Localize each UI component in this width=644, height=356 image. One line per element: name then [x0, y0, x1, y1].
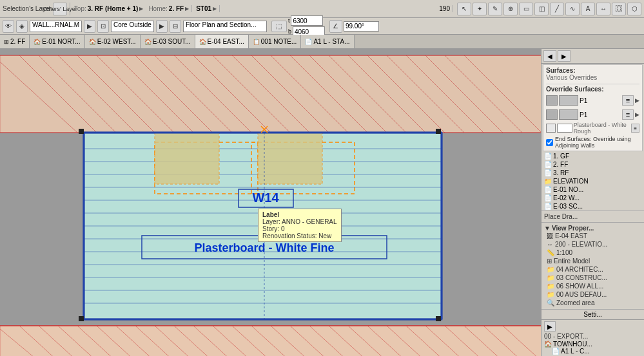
- view-prop-entire-model[interactable]: ⊞ Entire Model: [544, 257, 641, 265]
- floor-plan-dropdown[interactable]: Floor Plan and Section...: [183, 21, 267, 32]
- nav-item-1gf[interactable]: 📄 1. GF: [542, 152, 644, 160]
- tab-notes[interactable]: 📋 001 NOTE...: [249, 35, 302, 49]
- mirror-tool[interactable]: ⬡: [627, 3, 641, 15]
- tab-icon-a1l: 📄: [305, 39, 312, 45]
- top-arrow[interactable]: ▶: [139, 6, 143, 12]
- others-layer-btn[interactable]: Others' Layer: [53, 3, 67, 15]
- plasterboard-label: Plasterboard - White Rough: [574, 122, 630, 135]
- nav-item-3rf[interactable]: 📄 3. RF: [542, 169, 644, 177]
- nav-label-e03s: E-03 SC...: [553, 203, 583, 210]
- view-prop-06show[interactable]: 📁 06 SHOW ALL...: [544, 282, 641, 290]
- override-surfaces-title: Override Surfaces:: [546, 84, 639, 93]
- place-draft-btn[interactable]: Place Dra...: [542, 211, 644, 222]
- text-tool[interactable]: A: [581, 3, 595, 15]
- wall-tool[interactable]: ▭: [519, 3, 533, 15]
- view-prop-scale[interactable]: 📏 1:100: [544, 248, 641, 257]
- tab-e01[interactable]: 🏠 E-01 NORT...: [30, 35, 84, 49]
- core-arrow[interactable]: ▶: [156, 20, 168, 33]
- view-label-model: Entire Model: [554, 258, 590, 265]
- view-prop-200[interactable]: ↔ 200 - ELEVATIO...: [544, 240, 641, 248]
- surface-options-2[interactable]: ≡: [622, 109, 634, 120]
- selections-layer-section: Selection's Layer Others' Layer: [3, 3, 70, 15]
- t-input[interactable]: [291, 15, 323, 26]
- view-prop-00aus[interactable]: 📁 00 AUS DEFAU...: [544, 290, 641, 299]
- right-nav-toolbar: ◀ ▶: [542, 49, 644, 64]
- surface-swatch-2: [559, 109, 578, 120]
- surface-swatch-1: [559, 95, 578, 106]
- line-tool[interactable]: ╱: [550, 3, 564, 15]
- core-dropdown[interactable]: Core Outside: [111, 21, 154, 32]
- view-label-zoomed: Zoomed area: [556, 299, 594, 306]
- plasterboard-icon: [546, 124, 556, 133]
- settings-btn[interactable]: Setti...: [542, 309, 644, 319]
- magic-wand-tool[interactable]: ✦: [473, 3, 487, 15]
- floor-plan-svg: W14 Plasterboard - White Fine: [0, 49, 541, 356]
- surface-options-1[interactable]: ≡: [622, 95, 634, 106]
- view-prop-03constr[interactable]: 📁 03 CONSTRUC...: [544, 274, 641, 282]
- nav-icon-elevation: 📁: [544, 178, 552, 185]
- nav-icon-e01n: 📄: [544, 186, 552, 193]
- svg-rect-62: [0, 326, 541, 356]
- nav-item-elevation[interactable]: 📁 ELEVATION: [542, 177, 644, 185]
- dim-tool[interactable]: ↔: [596, 3, 610, 15]
- nav-back-btn[interactable]: ◀: [543, 50, 556, 62]
- tooltip-title: Label: [262, 211, 337, 218]
- nav-next-btn[interactable]: ▶: [558, 50, 571, 62]
- view-prop-04archit[interactable]: 📁 04 ARCHITEC...: [544, 265, 641, 274]
- plasterboard-options[interactable]: ≡: [631, 124, 639, 133]
- story-selector: Top: 3. RF (Home + 1) ▶ Home: 2. FF ▶: [74, 5, 192, 12]
- nav-label-3rf: 3. RF: [553, 169, 569, 176]
- export-expand-btn[interactable]: ▶: [544, 321, 556, 332]
- b-label: b: [288, 28, 291, 35]
- view-prop-e04[interactable]: 🖼 E-04 EAST: [544, 232, 641, 240]
- tab-e02[interactable]: 🏠 E-02 WEST...: [85, 35, 141, 49]
- plasterboard-swatch: [557, 124, 572, 133]
- tab-a1l[interactable]: 📄 A1 L - STA...: [301, 35, 354, 49]
- tab-e03[interactable]: 🏠 E-03 SOUT...: [141, 35, 195, 49]
- move-tool[interactable]: ⊕: [503, 3, 518, 15]
- surface-icon-2: [546, 109, 558, 120]
- nav-item-2ff[interactable]: 📄 2. FF: [542, 160, 644, 169]
- right-nav-tree: 📄 1. GF 📄 2. FF 📄 3. RF 📁 ELEVATION 📄 E-…: [542, 152, 644, 211]
- angle-icon: ∠: [329, 20, 342, 33]
- dim-icon: ⬚: [271, 21, 287, 32]
- layer-view-btn[interactable]: ◈: [16, 20, 28, 33]
- export-sub-label: A1 L - C...: [561, 348, 590, 355]
- nav-label-2ff: 2. FF: [553, 161, 568, 168]
- label-tooltip: Label Layer: ANNO - GENERAL Story: 0 Ren…: [258, 209, 342, 242]
- wall-dropdown[interactable]: WALL...RNAL.M: [30, 21, 82, 32]
- drawing-canvas[interactable]: W14 Plasterboard - White Fine: [0, 49, 541, 356]
- export-label: 00 - EXPORT...: [544, 333, 641, 340]
- main-area: W14 Plasterboard - White Fine: [0, 49, 644, 356]
- tab-icon-e03: 🏠: [144, 39, 151, 45]
- tab-e04[interactable]: 🏠 E-04 EAST...: [195, 35, 249, 49]
- surface-arrow-2[interactable]: ▶: [635, 111, 639, 118]
- end-surfaces-checkbox[interactable]: [546, 139, 553, 146]
- nav-icon-1gf: 📄: [544, 153, 552, 160]
- collapse-icon[interactable]: ▼: [544, 225, 551, 232]
- door-tool[interactable]: ◫: [534, 3, 549, 15]
- nav-item-e01n[interactable]: 📄 E-01 NO...: [542, 185, 644, 194]
- story-code-arrow[interactable]: ▶: [213, 6, 217, 12]
- edit-tool[interactable]: ✎: [488, 3, 502, 15]
- svg-rect-56: [79, 316, 84, 321]
- eye-btn[interactable]: 👁: [3, 20, 14, 33]
- angle-input[interactable]: [344, 21, 379, 32]
- select-tool[interactable]: ↖: [457, 3, 471, 15]
- tab-label-notes: 001 NOTE...: [261, 38, 297, 45]
- export-sub-row: 📄 A1 L - C...: [544, 348, 641, 355]
- curve-tool[interactable]: ∿: [565, 3, 580, 15]
- core-icon[interactable]: ⊡: [97, 20, 109, 33]
- home-arrow[interactable]: ▶: [185, 6, 189, 12]
- nav-item-e02w[interactable]: 📄 E-02 W...: [542, 194, 644, 202]
- core-extra[interactable]: ⊟: [170, 20, 181, 33]
- surface-arrow-1[interactable]: ▶: [635, 97, 639, 104]
- view-prop-zoomed[interactable]: 🔍 Zoomed area: [544, 299, 641, 307]
- copy-tool[interactable]: ⿴: [612, 3, 626, 15]
- view-icon-00aus: 📁: [547, 291, 554, 298]
- wall-arrow[interactable]: ▶: [84, 20, 95, 33]
- tab-2ff[interactable]: ⊞ 2. FF: [0, 35, 30, 49]
- plasterboard-row: Plasterboard - White Rough ≡: [546, 122, 639, 134]
- nav-item-e03s[interactable]: 📄 E-03 SC...: [542, 202, 644, 211]
- home-label: Home:: [148, 5, 167, 12]
